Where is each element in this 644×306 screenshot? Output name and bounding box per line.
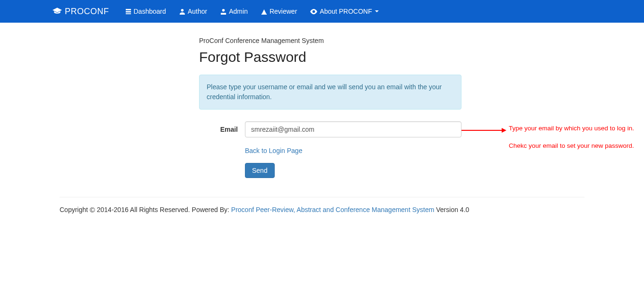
footer-prefix: Copyright xyxy=(60,206,90,213)
chevron-down-icon xyxy=(375,10,379,12)
nav-label: Dashboard xyxy=(134,8,166,15)
svg-rect-5 xyxy=(221,13,226,15)
eye-icon xyxy=(310,8,317,15)
main-container: ProConf Conference Management System For… xyxy=(52,37,592,214)
svg-point-4 xyxy=(222,8,225,11)
reviewer-icon xyxy=(261,8,267,15)
nav-item-reviewer[interactable]: Reviewer xyxy=(254,0,304,23)
svg-point-3 xyxy=(181,8,184,11)
system-name: ProConf Conference Management System xyxy=(199,37,461,44)
email-input[interactable] xyxy=(245,121,461,137)
back-to-login-link[interactable]: Back to Login Page xyxy=(245,147,302,154)
copyright-icon: © xyxy=(90,206,95,214)
user-icon xyxy=(179,8,185,15)
footer-link[interactable]: Proconf Peer-Review, Abstract and Confer… xyxy=(231,206,435,213)
nav-label: Author xyxy=(188,8,207,15)
email-row: Email xyxy=(199,121,461,137)
nav-item-about[interactable]: About PROCONF xyxy=(304,0,385,23)
nav-list: Dashboard Author Admin Reviewer xyxy=(119,0,385,23)
navbar: PROCONF Dashboard Author Admin xyxy=(0,0,644,23)
footer: Copyright © 2014-2016 All Rights Reserve… xyxy=(60,206,584,214)
nav-label: About PROCONF xyxy=(320,8,372,15)
annotation-line-2: Chekc your email to set your new passwor… xyxy=(509,142,634,149)
nav-label: Admin xyxy=(229,8,248,15)
brand-link[interactable]: PROCONF xyxy=(52,7,109,17)
footer-divider xyxy=(60,197,584,197)
page-title: Forgot Password xyxy=(199,49,461,65)
svg-rect-0 xyxy=(125,8,131,10)
send-button[interactable]: Send xyxy=(245,163,275,178)
nav-item-author[interactable]: Author xyxy=(173,0,214,23)
annotation-line-1: Type your email by which you used to log… xyxy=(509,125,634,132)
svg-rect-6 xyxy=(261,14,267,15)
info-alert: Please type your username or email and w… xyxy=(199,75,461,110)
dashboard-icon xyxy=(125,8,131,15)
arrow-icon xyxy=(461,128,506,135)
nav-item-dashboard[interactable]: Dashboard xyxy=(119,0,173,23)
svg-rect-1 xyxy=(125,11,131,12)
nav-item-admin[interactable]: Admin xyxy=(214,0,254,23)
brand-text: PROCONF xyxy=(65,7,109,17)
nav-label: Reviewer xyxy=(270,8,297,15)
svg-rect-2 xyxy=(125,13,131,14)
email-label: Email xyxy=(206,126,245,133)
svg-marker-8 xyxy=(502,128,506,133)
annotation-group: Type your email by which you used to log… xyxy=(509,125,634,160)
admin-icon xyxy=(220,8,226,15)
footer-years: 2014-2016 All Rights Reserved. Powered B… xyxy=(95,206,231,213)
footer-suffix: Version 4.0 xyxy=(434,206,469,213)
graduation-cap-icon xyxy=(52,7,62,17)
